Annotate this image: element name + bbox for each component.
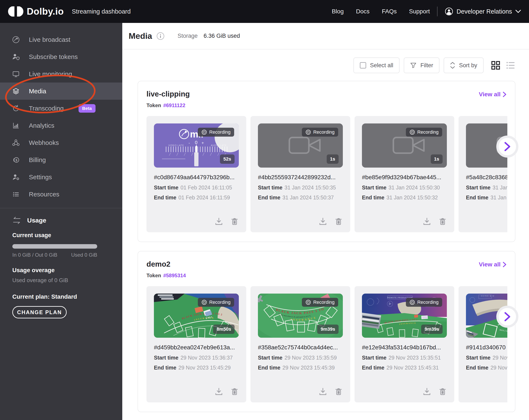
sidebar-item-live-monitoring[interactable]: Live monitoring	[0, 65, 122, 83]
usage-overage-title: Usage overage	[12, 267, 122, 274]
nav-faqs[interactable]: FAQs	[382, 8, 397, 15]
recording-card[interactable]: SSING & M BLACK Dealer mu PAYS 2 TO 1	[459, 286, 507, 402]
page-title: Media	[129, 31, 152, 41]
sidebar-item-live-broadcast[interactable]: Live broadcast	[0, 31, 122, 48]
nav-docs[interactable]: Docs	[356, 8, 370, 15]
start-time-row: Start time31 Jan 2024 15:50:30	[362, 185, 447, 191]
layers-icon	[12, 87, 20, 95]
sidebar-item-resources[interactable]: Resources	[0, 186, 122, 203]
card-actions	[214, 387, 246, 402]
recording-status-badge: Recording	[406, 298, 442, 307]
nav-support[interactable]: Support	[409, 8, 430, 15]
recording-card[interactable]: Recording 1s #4bb25559372442899232d... S…	[251, 116, 350, 232]
change-plan-button[interactable]: CHANGE PLAN	[12, 306, 67, 318]
bar-chart-icon	[12, 122, 20, 130]
end-time-row: End time01 Feb 2024 16:11:59	[154, 194, 239, 201]
download-icon[interactable]	[318, 387, 327, 396]
sort-by-button[interactable]: Sort by	[444, 57, 484, 73]
duration-badge: 9m39s	[421, 325, 443, 334]
scroll-right-button[interactable]	[496, 136, 518, 158]
select-all-checkbox[interactable]	[360, 62, 366, 68]
view-all-link[interactable]: View all	[479, 261, 506, 268]
recording-thumbnail[interactable]: BLACK JACK PAYS 3 TO Dealer must draw to…	[258, 293, 343, 338]
recording-thumbnail[interactable]: mil - 0 + VIDEO LATE AUDIO LATE	[154, 124, 239, 167]
recording-label: Recording	[417, 129, 438, 135]
sort-by-label: Sort by	[459, 62, 477, 69]
sidebar-item-webhooks[interactable]: Webhooks	[0, 134, 122, 151]
download-icon[interactable]	[423, 387, 431, 396]
filter-button[interactable]: Filter	[404, 57, 439, 73]
download-icon[interactable]	[423, 217, 431, 226]
download-icon[interactable]	[214, 217, 223, 226]
recording-card[interactable]: #5a48c28c8368 Start time31 Jan 2 End tim…	[459, 116, 507, 232]
recording-card[interactable]: mil - 0 + VIDEO LATE AUDIO LATE	[146, 116, 246, 232]
trash-icon[interactable]	[438, 217, 447, 226]
recording-label: Recording	[313, 129, 335, 135]
recording-id: #be85e9f9d3294b67bae445...	[362, 174, 447, 181]
usage-overage-detail: Used overage of 0 GiB	[12, 277, 122, 284]
info-icon[interactable]	[157, 32, 165, 40]
recording-status-badge: Recording	[198, 298, 234, 307]
current-plan: Current plan: Standard	[12, 293, 122, 300]
recording-card[interactable]: BLACK JACK PAYS 3 TO 2 INSURANCE	[146, 286, 246, 402]
start-time-row: Start time29 Nov 2023 15:36:37	[154, 355, 239, 361]
recording-card[interactable]: REMOTE PRODUCTION BLACK JACK PAYS 3 TO 2…	[355, 286, 454, 402]
usage-panel: Usage Current usage In 0 GiB / Out 0 GiB…	[0, 208, 122, 318]
view-all-link[interactable]: View all	[479, 91, 506, 98]
recording-thumbnail[interactable]: BLACK JACK PAYS 3 TO 2 INSURANCE	[154, 293, 239, 338]
start-time-row: Start time31 Jan 2	[466, 185, 507, 191]
card-actions	[214, 217, 246, 232]
filter-label: Filter	[420, 62, 433, 69]
sidebar-item-media[interactable]: Media	[0, 83, 122, 100]
grid-view-icon[interactable]	[491, 61, 501, 70]
nav-divider	[437, 7, 437, 16]
sidebar-item-label: Analytics	[29, 122, 54, 129]
dolby-logo[interactable]: Dolby.io	[8, 6, 64, 17]
recording-icon	[305, 300, 311, 305]
card-actions	[318, 217, 350, 232]
sidebar-item-analytics[interactable]: Analytics	[0, 117, 122, 134]
transfer-arrows-icon	[12, 217, 21, 224]
list-view-icon[interactable]	[506, 61, 516, 70]
account-menu[interactable]: Developer Relations	[445, 7, 521, 16]
recording-status-badge: Recording	[302, 298, 338, 307]
trash-icon[interactable]	[334, 387, 343, 396]
start-time-row: Start time01 Feb 2024 16:11:05	[154, 185, 239, 191]
svg-text:-: -	[188, 141, 190, 145]
trash-icon[interactable]	[230, 387, 239, 396]
recording-label: Recording	[417, 300, 438, 305]
sidebar-item-transcoding[interactable]: Transcoding Beta	[0, 100, 122, 117]
chevron-right-icon	[503, 92, 506, 97]
token-link[interactable]: #6911122	[163, 102, 185, 108]
select-all-button[interactable]: Select all	[354, 57, 400, 73]
recording-id: #9141d340670	[466, 344, 507, 351]
recording-thumbnail[interactable]: Recording 1s	[362, 124, 447, 167]
recording-id: #e12e943fa5314c94b167bd...	[362, 344, 447, 351]
sidebar-item-label: Subscribe tokens	[29, 53, 78, 61]
download-icon[interactable]	[318, 217, 327, 226]
download-icon[interactable]	[214, 387, 223, 396]
storage-label: Storage	[178, 33, 198, 39]
recording-id: #c0d86749aa644797b3296b...	[154, 174, 239, 181]
recording-icon	[410, 300, 415, 305]
scroll-right-button[interactable]	[496, 306, 518, 328]
sidebar-item-settings[interactable]: Settings	[0, 168, 122, 186]
token-link[interactable]: #5895314	[163, 273, 186, 278]
dolby-double-d-icon	[8, 6, 23, 16]
recording-thumbnail[interactable]: REMOTE PRODUCTION BLACK JACK PAYS 3 TO 2…	[362, 293, 447, 338]
sidebar-item-subscribe-tokens[interactable]: Subscribe tokens	[0, 48, 122, 65]
nav-blog[interactable]: Blog	[332, 8, 344, 15]
trash-icon[interactable]	[438, 387, 447, 396]
recording-card[interactable]: BLACK JACK PAYS 3 TO Dealer must draw to…	[251, 286, 350, 402]
end-time-row: End time29 Nov 2023 15:45:29	[154, 365, 239, 371]
duration-badge: 8m50s	[213, 325, 235, 334]
person-gear-icon	[12, 173, 20, 181]
main-content: Media Storage 6.36 GiB used Select all F…	[122, 23, 529, 420]
section-title: live-clipping	[146, 90, 190, 98]
sidebar-item-billing[interactable]: $ Billing	[0, 151, 122, 168]
trash-icon[interactable]	[334, 217, 343, 226]
trash-icon[interactable]	[230, 217, 239, 226]
top-header: Dolby.io Streaming dashboard Blog Docs F…	[0, 0, 529, 23]
recording-card[interactable]: Recording 1s #be85e9f9d3294b67bae445... …	[355, 116, 454, 232]
recording-thumbnail[interactable]: Recording 1s	[258, 124, 343, 167]
